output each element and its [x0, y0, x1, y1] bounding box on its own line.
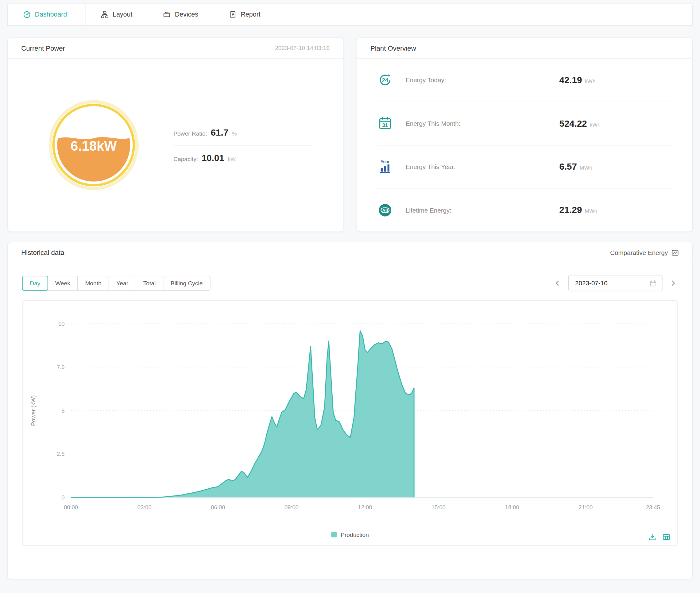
plant-overview-title: Plant Overview — [371, 44, 416, 52]
energy-today-unit: kWh — [585, 78, 595, 85]
date-picker[interactable] — [568, 275, 663, 291]
svg-text:7.5: 7.5 — [57, 364, 65, 370]
svg-text:21:00: 21:00 — [579, 504, 593, 511]
svg-text:00:00: 00:00 — [64, 504, 78, 511]
dashboard-icon — [23, 10, 31, 18]
layout-icon — [101, 10, 109, 18]
energy-year-label: Energy This Year: — [400, 163, 559, 170]
svg-text:09:00: 09:00 — [284, 504, 299, 511]
power-ratio-value: 61.7 — [211, 127, 228, 138]
tab-report[interactable]: Report — [213, 3, 276, 25]
power-ratio-label: Power Ratio: — [173, 130, 207, 137]
svg-text:31: 31 — [382, 122, 388, 128]
page: Dashboard Layout Devices Repo — [0, 3, 700, 593]
calendar-icon — [650, 280, 656, 286]
header-tabs: Dashboard Layout Devices Repo — [7, 3, 693, 26]
svg-text:15:00: 15:00 — [431, 504, 445, 511]
svg-text:10: 10 — [58, 321, 65, 327]
tab-dashboard[interactable]: Dashboard — [10, 3, 86, 25]
current-power-timestamp: 2023-07-10 14:03:16 — [275, 45, 329, 51]
lifetime-energy-unit: MWh — [585, 208, 597, 214]
comparative-energy-label: Comparative Energy — [610, 249, 668, 256]
energy-year-row: Year Energy This Year: 6.57 MWh — [377, 146, 673, 189]
energy-month-value: 524.22 — [559, 118, 587, 128]
tab-report-label: Report — [241, 11, 261, 18]
svg-text:03:00: 03:00 — [138, 504, 152, 511]
tab-layout[interactable]: Layout — [86, 3, 148, 25]
power-ratio-unit: % — [232, 130, 237, 137]
svg-text:Year: Year — [380, 159, 389, 164]
export-table-icon — [663, 533, 670, 541]
devices-icon — [163, 10, 171, 18]
chart-legend[interactable]: Production — [23, 531, 677, 546]
svg-text:24: 24 — [382, 77, 388, 83]
range-button-group: Day Week Month Year Total Billing Cycle — [22, 275, 210, 290]
download-chart-button[interactable] — [649, 533, 656, 541]
lifetime-icon: All — [377, 202, 393, 218]
download-icon — [649, 533, 656, 541]
range-billing-cycle-button[interactable]: Billing Cycle — [163, 275, 210, 290]
production-legend-swatch — [331, 532, 337, 538]
energy-year-value: 6.57 — [559, 162, 577, 172]
current-power-title: Current Power — [21, 44, 65, 52]
svg-text:All: All — [382, 208, 388, 212]
production-legend-label: Production — [341, 531, 369, 538]
chevron-left-icon — [555, 280, 560, 286]
plant-overview-card: Plant Overview 24 Energy Today: 42.19 kW… — [356, 37, 693, 232]
svg-text:23:45: 23:45 — [646, 504, 660, 511]
lifetime-energy-label: Lifetime Energy: — [400, 206, 559, 214]
export-table-button[interactable] — [663, 533, 670, 541]
energy-month-row: 31 Energy This Month: 524.22 kWh — [377, 102, 673, 146]
energy-month-unit: kWh — [590, 121, 600, 128]
energy-today-value: 42.19 — [559, 75, 582, 85]
capacity-unit: kW — [228, 156, 236, 162]
range-year-button[interactable]: Year — [109, 275, 136, 290]
tab-dashboard-label: Dashboard — [35, 11, 67, 18]
svg-text:18:00: 18:00 — [505, 504, 519, 511]
historical-data-card: Historical data Comparative Energy Day W… — [7, 242, 693, 580]
prev-date-button[interactable] — [553, 278, 562, 288]
svg-text:12:00: 12:00 — [358, 504, 372, 511]
comparative-energy-toggle[interactable]: Comparative Energy — [610, 249, 679, 256]
svg-text:Power (kW): Power (kW) — [30, 395, 37, 426]
capacity-row: Capacity: 10.01 kW — [173, 146, 311, 170]
energy-month-icon: 31 — [377, 115, 393, 131]
production-chart-panel: 02.557.51000:0003:0006:0009:0012:0015:00… — [22, 300, 678, 546]
energy-year-unit: MWh — [580, 165, 592, 171]
energy-today-icon: 24 — [377, 72, 393, 88]
svg-text:0: 0 — [62, 494, 65, 501]
current-power-gauge: 6.18kW — [47, 99, 140, 191]
current-power-stats: Power Ratio: 61.7 % Capacity: 10.01 kW — [173, 120, 311, 170]
next-date-button[interactable] — [669, 278, 677, 288]
lifetime-energy-row: All Lifetime Energy: 21.29 MWh — [377, 189, 673, 232]
range-week-button[interactable]: Week — [47, 275, 78, 290]
svg-text:5: 5 — [62, 407, 65, 414]
energy-year-icon: Year — [377, 159, 393, 175]
tab-devices[interactable]: Devices — [148, 3, 213, 25]
range-day-button[interactable]: Day — [22, 275, 48, 290]
production-chart: 02.557.51000:0003:0006:0009:0012:0015:00… — [23, 304, 677, 531]
comparative-energy-icon — [671, 249, 679, 256]
power-ratio-row: Power Ratio: 61.7 % — [173, 120, 311, 146]
range-month-button[interactable]: Month — [77, 275, 109, 290]
chevron-right-icon — [670, 280, 676, 286]
energy-month-label: Energy This Month: — [400, 120, 559, 127]
energy-today-row: 24 Energy Today: 42.19 kWh — [377, 58, 673, 102]
tab-layout-label: Layout — [113, 11, 132, 18]
capacity-label: Capacity: — [173, 155, 198, 162]
historical-controls: Day Week Month Year Total Billing Cycle — [8, 263, 692, 291]
historical-data-title: Historical data — [21, 249, 64, 256]
svg-text:06:00: 06:00 — [211, 504, 225, 511]
range-total-button[interactable]: Total — [135, 275, 163, 290]
gauge-value: 6.18kW — [71, 139, 117, 153]
tab-devices-label: Devices — [175, 11, 198, 18]
date-input[interactable] — [574, 279, 637, 287]
current-power-card: Current Power 2023-07-10 14:03:16 6.18kW — [7, 37, 344, 232]
capacity-value: 10.01 — [202, 153, 224, 163]
report-icon — [229, 10, 237, 18]
svg-text:2.5: 2.5 — [57, 451, 65, 457]
energy-today-label: Energy Today: — [400, 76, 559, 84]
lifetime-energy-value: 21.29 — [559, 205, 582, 215]
